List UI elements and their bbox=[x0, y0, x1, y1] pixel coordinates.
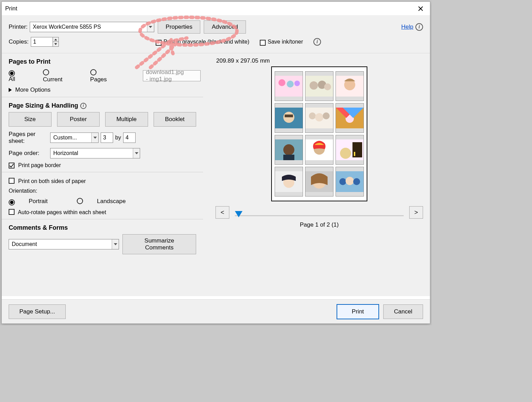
svg-point-1 bbox=[278, 79, 285, 86]
preview-thumb bbox=[275, 103, 303, 133]
slider-thumb-icon[interactable] bbox=[235, 211, 242, 217]
more-options-toggle[interactable]: More Options bbox=[9, 86, 196, 93]
page-border-label: Print page border bbox=[18, 162, 61, 168]
spinner-up-icon[interactable] bbox=[53, 37, 58, 42]
preview-thumb bbox=[275, 135, 303, 165]
svg-rect-27 bbox=[354, 152, 355, 156]
svg-point-14 bbox=[309, 112, 316, 119]
grayscale-label: Print in grayscale (black and white) bbox=[164, 39, 249, 45]
page-sizing-section: Page Sizing & Handlingi Size Poster Mult… bbox=[2, 97, 203, 172]
printer-value: Xerox WorkCentre 5855 PS bbox=[33, 24, 101, 30]
close-button[interactable] bbox=[415, 3, 426, 15]
pages-current-radio[interactable] bbox=[43, 69, 49, 75]
portrait-radio[interactable] bbox=[9, 199, 15, 205]
title-bar: Print bbox=[2, 2, 430, 16]
landscape-radio[interactable] bbox=[77, 198, 83, 204]
svg-rect-21 bbox=[283, 155, 294, 160]
pages-range-radio[interactable] bbox=[90, 69, 97, 75]
svg-point-7 bbox=[324, 83, 331, 90]
cancel-button[interactable]: Cancel bbox=[383, 304, 423, 319]
orientation-label: Orientation: bbox=[9, 188, 196, 194]
preview-thumb bbox=[305, 135, 333, 165]
pages-range-input[interactable]: download1.jpg - img1.jpg bbox=[143, 70, 201, 81]
chevron-down-icon bbox=[91, 133, 98, 143]
svg-point-35 bbox=[353, 178, 360, 185]
svg-rect-12 bbox=[285, 115, 293, 117]
preview-prev-button[interactable]: < bbox=[215, 206, 229, 219]
pages-title: Pages to Print bbox=[9, 58, 196, 65]
printer-select[interactable]: Xerox WorkCentre 5855 PS bbox=[30, 22, 154, 32]
dialog-footer: Page Setup... Print Cancel bbox=[2, 299, 430, 323]
pages-to-print-section: Pages to Print All Current Pages downloa… bbox=[2, 53, 203, 97]
svg-point-15 bbox=[315, 113, 323, 121]
svg-point-33 bbox=[339, 178, 346, 185]
pps-by-label: by bbox=[115, 135, 121, 141]
help-info-icon[interactable]: i bbox=[415, 23, 423, 31]
preview-thumb bbox=[336, 167, 364, 197]
preview-page-status: Page 1 of 2 (1) bbox=[215, 221, 423, 228]
tab-multiple[interactable]: Multiple bbox=[105, 112, 148, 127]
preview-dimensions: 209.89 x 297.05 mm bbox=[216, 57, 423, 64]
svg-point-25 bbox=[340, 148, 351, 159]
page-setup-button[interactable]: Page Setup... bbox=[9, 304, 66, 319]
page-order-select[interactable]: Horizontal bbox=[50, 148, 140, 158]
preview-column: 209.89 x 297.05 mm < bbox=[203, 53, 430, 296]
dialog-title: Print bbox=[5, 5, 17, 12]
chevron-down-icon bbox=[112, 239, 119, 249]
page-border-checkbox[interactable] bbox=[9, 163, 15, 168]
chevron-down-icon bbox=[133, 148, 140, 158]
preview-thumb bbox=[305, 103, 333, 133]
preview-thumb bbox=[275, 71, 303, 101]
svg-point-3 bbox=[294, 81, 300, 86]
comments-select[interactable]: Document bbox=[9, 239, 119, 249]
pps-select[interactable]: Custom... bbox=[50, 133, 99, 143]
preview-thumb bbox=[336, 135, 364, 165]
spinner-down-icon[interactable] bbox=[53, 42, 58, 46]
preview-slider[interactable] bbox=[235, 211, 404, 214]
autorotate-label: Auto-rotate pages within each sheet bbox=[18, 209, 106, 215]
copies-label: Copies: bbox=[9, 38, 29, 45]
chevron-down-icon bbox=[147, 22, 154, 32]
svg-point-34 bbox=[346, 177, 354, 185]
help-link[interactable]: Help bbox=[401, 24, 413, 30]
tab-size[interactable]: Size bbox=[9, 112, 52, 127]
preview-next-button[interactable]: > bbox=[409, 206, 423, 219]
duplex-checkbox[interactable] bbox=[9, 178, 15, 184]
printer-label: Printer: bbox=[9, 24, 28, 30]
saveink-checkbox[interactable] bbox=[260, 40, 266, 46]
pps-cols-input[interactable]: 3 bbox=[101, 133, 113, 143]
preview-thumb bbox=[305, 167, 333, 197]
preview-thumb bbox=[336, 103, 364, 133]
svg-point-5 bbox=[310, 81, 318, 90]
duplex-section: Print on both sides of paper Orientation… bbox=[2, 172, 203, 219]
copies-input[interactable]: 1 bbox=[31, 37, 53, 47]
pps-rows-input[interactable]: 4 bbox=[123, 133, 136, 143]
sizing-title: Page Sizing & Handling bbox=[9, 102, 78, 109]
advanced-button[interactable]: Advanced bbox=[204, 20, 246, 34]
preview-thumb bbox=[336, 71, 364, 101]
properties-button[interactable]: Properties bbox=[158, 20, 200, 34]
close-icon bbox=[418, 6, 423, 11]
saveink-info-icon[interactable]: i bbox=[313, 38, 321, 46]
svg-point-16 bbox=[323, 112, 330, 119]
summarize-comments-button[interactable]: Summarize Comments bbox=[122, 234, 196, 254]
copies-spinner[interactable] bbox=[53, 37, 59, 47]
print-button[interactable]: Print bbox=[337, 304, 379, 319]
grayscale-checkbox[interactable] bbox=[156, 40, 162, 46]
tab-booklet[interactable]: Booklet bbox=[154, 112, 196, 127]
tab-poster[interactable]: Poster bbox=[57, 112, 100, 127]
autorotate-checkbox[interactable] bbox=[9, 209, 15, 215]
comments-section: Comments & Forms Document Summarize Comm… bbox=[2, 219, 203, 258]
options-column: Pages to Print All Current Pages downloa… bbox=[2, 53, 203, 296]
printer-panel: Printer: Xerox WorkCentre 5855 PS Proper… bbox=[2, 16, 430, 53]
triangle-right-icon bbox=[9, 88, 12, 92]
pps-label: Pages per sheet: bbox=[9, 131, 50, 145]
svg-point-20 bbox=[283, 144, 294, 155]
preview-thumb bbox=[305, 71, 333, 101]
pages-all-radio[interactable] bbox=[9, 70, 15, 76]
svg-point-2 bbox=[287, 81, 294, 88]
saveink-label: Save ink/toner bbox=[268, 39, 303, 45]
sizing-info-icon[interactable]: i bbox=[80, 103, 86, 109]
page-preview bbox=[271, 66, 367, 201]
print-dialog: Print Printer: Xerox WorkCentre 5855 PS … bbox=[1, 1, 430, 324]
